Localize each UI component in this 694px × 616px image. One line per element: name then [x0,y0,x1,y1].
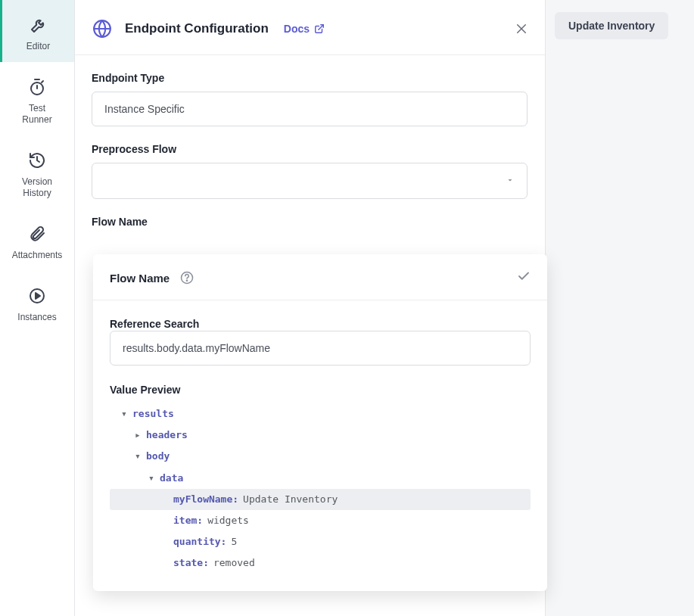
check-icon [517,269,531,283]
update-inventory-button[interactable]: Update Inventory [555,12,668,39]
tree-node-body[interactable]: ▾ body [110,446,531,467]
history-icon [27,151,47,170]
right-area: Update Inventory [546,0,694,616]
flow-name-popover: Flow Name Reference Search Value Preview… [93,254,547,591]
endpoint-type-label: Endpoint Type [92,72,528,84]
tree-leaf-item[interactable]: item: widgets [110,510,531,531]
sidebar-item-instances[interactable]: Instances [0,271,74,333]
sidebar-item-label: Version History [22,176,52,198]
sidebar-item-label: Attachments [12,250,63,260]
docs-link[interactable]: Docs [284,23,325,35]
sidebar-item-label: Test Runner [22,103,51,125]
popover-body: Reference Search Value Preview ▾ results… [93,300,547,591]
close-button[interactable] [515,22,528,36]
chevron-down-icon: ▾ [120,407,128,421]
sidebar-item-test-runner[interactable]: Test Runner [0,62,74,135]
globe-icon [92,18,113,39]
tree-leaf-myflowname[interactable]: myFlowName: Update Inventory [110,489,531,510]
sidebar-item-attachments[interactable]: Attachments [0,209,74,271]
tree-node-data[interactable]: ▾ data [110,468,531,489]
endpoint-type-value: Instance Specific [104,103,185,115]
sidebar-item-label: Editor [26,41,50,51]
tree-node-results[interactable]: ▾ results [110,403,531,425]
popover-header: Flow Name [93,254,547,300]
svg-marker-2 [36,293,40,299]
preprocess-flow-label: Preprocess Flow [92,143,528,155]
value-preview-tree: ▾ results ▸ headers ▾ body ▾ data myFlow… [110,403,531,574]
chevron-down-icon: ▾ [148,471,155,485]
wrench-icon [29,15,48,35]
svg-line-4 [319,25,323,30]
close-icon [515,22,528,36]
preprocess-flow-select[interactable] [92,163,528,199]
help-icon[interactable] [180,271,194,285]
tree-node-headers[interactable]: ▸ headers [110,425,531,446]
sidebar: Editor Test Runner Version History Attac… [0,0,75,616]
tree-leaf-quantity[interactable]: quantity: 5 [110,531,531,552]
panel-header: Endpoint Configuration Docs [75,0,545,55]
confirm-button[interactable] [517,269,531,286]
play-circle-icon [27,286,47,306]
panel-body: Endpoint Type Instance Specific Preproce… [75,55,545,252]
panel-title: Endpoint Configuration [125,21,269,36]
sidebar-item-editor[interactable]: Editor [0,0,74,62]
tree-leaf-state[interactable]: state: removed [110,552,531,574]
sidebar-item-version-history[interactable]: Version History [0,135,74,209]
reference-search-label: Reference Search [110,318,199,330]
sidebar-item-label: Instances [17,312,56,322]
chevron-right-icon: ▸ [134,428,142,442]
chevron-down-icon [506,175,515,187]
value-preview-label: Value Preview [110,384,531,396]
svg-point-8 [187,280,188,281]
paperclip-icon [27,224,47,244]
flow-name-label: Flow Name [92,216,528,228]
docs-link-label: Docs [284,23,310,35]
chevron-down-icon: ▾ [134,450,142,463]
endpoint-type-input[interactable]: Instance Specific [92,92,528,126]
reference-search-input[interactable] [110,331,531,366]
external-link-icon [314,23,325,34]
popover-title: Flow Name [110,272,170,285]
stopwatch-icon [27,77,47,97]
